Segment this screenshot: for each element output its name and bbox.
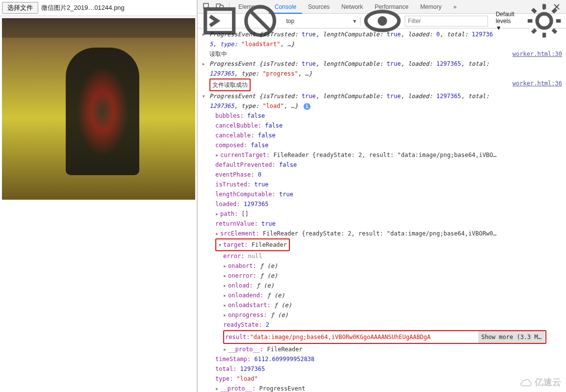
object-prop[interactable]: bubbles: false — [215, 111, 566, 121]
tab-memory[interactable]: Memory — [414, 0, 447, 14]
highlighted-row[interactable]: result: "data:image/png;base64,iVBORw0KG… — [223, 330, 546, 344]
chosen-file-name: 微信图片2_2019…01244.png — [41, 3, 125, 12]
expand-icon[interactable]: ▸ — [215, 150, 220, 160]
object-prop[interactable]: error: null — [223, 251, 566, 261]
highlighted-text: 文件读取成功 — [209, 78, 251, 91]
expand-icon[interactable]: ▸ — [223, 310, 228, 320]
console-log-line[interactable]: ProgressEvent {isTrusted: true, lengthCo… — [209, 91, 566, 111]
choose-file-button[interactable]: 选择文件 — [2, 2, 38, 14]
object-prop[interactable]: timeStamp: 6112.609999952838 — [215, 354, 566, 364]
watermark: 亿速云 — [520, 376, 561, 388]
expand-icon[interactable]: ▸ — [223, 300, 228, 310]
console-subbar: top ▾ Default levels ▼ — [198, 14, 566, 28]
info-badge-icon[interactable]: i — [304, 103, 310, 110]
context-selector[interactable]: top ▾ — [282, 17, 360, 26]
expand-icon[interactable]: ▸ — [223, 344, 228, 354]
expand-icon[interactable]: ▾ — [218, 240, 223, 250]
object-prop[interactable]: readyState: 2 — [223, 320, 566, 330]
expand-icon[interactable]: ▸ — [215, 209, 220, 219]
object-prop[interactable]: ▸srcElement: FileReader {readyState: 2, … — [215, 229, 566, 238]
expand-icon[interactable]: ▸ — [201, 59, 206, 69]
console-output[interactable]: ▸ ProgressEvent {isTrusted: true, length… — [198, 28, 566, 392]
object-prop[interactable]: ▸__proto__: ProgressEvent — [215, 384, 566, 392]
object-prop[interactable]: ▸__proto__: FileReader — [223, 344, 566, 354]
console-log-line[interactable]: ProgressEvent {isTrusted: true, lengthCo… — [209, 59, 566, 78]
expand-icon[interactable]: ▸ — [201, 29, 206, 39]
object-prop[interactable]: ▸onerror: ƒ (e) — [223, 271, 566, 281]
object-prop[interactable]: ▸onprogress: ƒ (e) — [223, 310, 566, 320]
object-prop[interactable]: ▸onabort: ƒ (e) — [223, 261, 566, 271]
object-prop[interactable]: composed: false — [215, 140, 566, 150]
expand-icon[interactable]: ▸ — [215, 229, 220, 238]
chevron-down-icon: ▾ — [353, 18, 356, 25]
object-prop[interactable]: isTrusted: true — [215, 180, 566, 189]
object-prop[interactable]: defaultPrevented: false — [215, 160, 566, 170]
console-log-line[interactable]: worker.html:36 文件读取成功 — [209, 78, 566, 91]
cloud-icon — [520, 377, 533, 387]
page-preview-panel: 选择文件 微信图片2_2019…01244.png — [0, 0, 197, 392]
devtools-panel: Elements Console Sources Network Perform… — [197, 0, 566, 392]
object-prop[interactable]: loaded: 1297365 — [215, 199, 566, 209]
highlighted-text: ▾target: FileReader — [215, 238, 290, 251]
object-prop[interactable]: total: 1297365 — [215, 364, 566, 374]
context-label: top — [286, 18, 294, 25]
object-prop[interactable]: eventPhase: 0 — [215, 170, 566, 180]
object-prop[interactable]: cancelBubble: false — [215, 121, 566, 131]
console-filter-input[interactable] — [405, 16, 488, 26]
object-prop[interactable]: cancelable: false — [215, 131, 566, 140]
object-prop[interactable]: ▾target: FileReader — [215, 238, 566, 251]
object-prop[interactable]: lengthComputable: true — [215, 189, 566, 199]
expand-icon[interactable]: ▸ — [223, 281, 228, 290]
object-prop[interactable]: ▸onload: ƒ (e) — [223, 281, 566, 290]
svg-point-10 — [537, 14, 551, 28]
source-link[interactable]: worker.html:36 — [513, 78, 562, 88]
svg-point-9 — [378, 16, 387, 26]
expand-icon[interactable]: ▾ — [201, 91, 206, 101]
console-log-line[interactable]: ProgressEvent {isTrusted: true, lengthCo… — [209, 29, 566, 49]
source-link[interactable]: worker.html:30 — [513, 49, 562, 59]
object-prop[interactable]: ▸path: [] — [215, 209, 566, 219]
image-preview — [2, 18, 195, 200]
object-prop[interactable]: ▸onloadend: ƒ (e) — [223, 290, 566, 300]
show-more-button[interactable]: Show more (3.3 M… — [478, 331, 544, 343]
tab-more[interactable]: » — [447, 0, 463, 14]
expand-icon[interactable]: ▸ — [223, 290, 228, 300]
object-prop[interactable]: type: "load" — [215, 374, 566, 384]
object-prop[interactable]: ▸currentTarget: FileReader {readyState: … — [215, 150, 566, 160]
object-prop[interactable]: returnValue: true — [215, 219, 566, 229]
expand-icon[interactable]: ▸ — [223, 261, 228, 271]
expand-icon[interactable]: ▸ — [223, 271, 228, 281]
tab-sources[interactable]: Sources — [302, 0, 335, 14]
file-input-row: 选择文件 微信图片2_2019…01244.png — [0, 0, 197, 16]
expand-icon[interactable]: ▸ — [215, 384, 220, 392]
object-prop[interactable]: ▸onloadstart: ƒ (e) — [223, 300, 566, 310]
console-log-line[interactable]: worker.html:30 读取中 — [209, 49, 566, 59]
